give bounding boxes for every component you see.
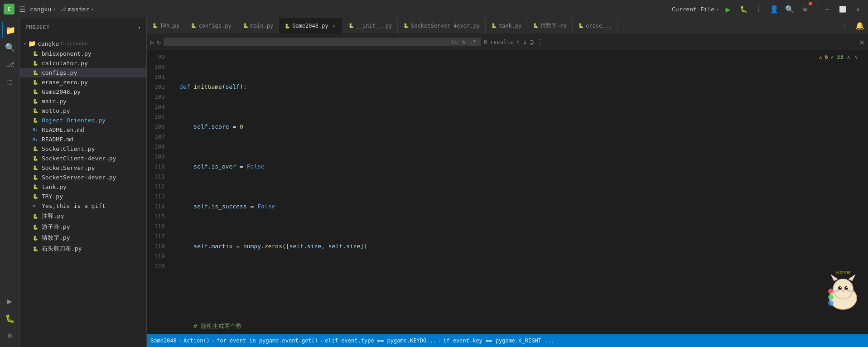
breadcrumb-if-key[interactable]: if event.key == pygame.K_RIGHT ...	[443, 337, 555, 344]
code-line: self.score = 0	[179, 122, 868, 132]
tab-close-icon[interactable]: ✕	[331, 23, 337, 29]
breadcrumb-sep-3: ›	[320, 337, 323, 344]
breadcrumb-sep-1: ›	[178, 337, 182, 344]
chevron-up-button[interactable]: ∧	[846, 54, 851, 60]
tab-guess-number[interactable]: 🐍 猜数字.py	[527, 18, 573, 34]
breadcrumb-game2048[interactable]: Game2048	[150, 337, 177, 344]
tree-item[interactable]: 🐍 SocketServer-4ever.py	[20, 173, 146, 182]
code-line: def InitGame(self):	[179, 82, 868, 92]
search-filter-icon[interactable]: ⊋	[530, 39, 534, 46]
activity-explorer-button[interactable]: 📁	[2, 22, 18, 38]
tree-item[interactable]: 🐍 erase_zero.py	[20, 77, 146, 87]
search-bar: ▷ ↻ Cc W .* 0 results ↑ ↓ ⊋ ⋮ ✕	[147, 34, 868, 50]
search-next-button[interactable]: ↓	[523, 38, 527, 46]
activity-settings-button[interactable]: ⚙	[2, 327, 18, 343]
search-more-icon[interactable]: ⋮	[536, 38, 544, 46]
user-icon[interactable]: 👤	[768, 3, 781, 15]
sidebar-chevron-icon: ▾	[138, 25, 141, 30]
warning-icon: ⚠	[819, 54, 822, 60]
minimize-button[interactable]: —	[821, 3, 834, 15]
svg-point-1	[833, 279, 853, 299]
branch-selector[interactable]: ⎇ master ▾	[60, 6, 94, 13]
folder-icon: 📁	[28, 40, 36, 47]
svg-point-17	[828, 294, 834, 300]
breadcrumb-action[interactable]: Action()	[183, 337, 210, 344]
search-prev-button[interactable]: ↑	[516, 38, 521, 46]
close-button[interactable]: ✕	[852, 3, 864, 15]
tab-try-py[interactable]: 🐍 TRY.py	[147, 18, 185, 34]
activity-search-button[interactable]: 🔍	[2, 39, 18, 55]
search-regex-button[interactable]: .*	[468, 39, 477, 45]
svg-point-7	[844, 286, 848, 290]
tree-item[interactable]: 🐍 calculator.py	[20, 58, 146, 68]
hamburger-icon[interactable]: ☰	[17, 3, 27, 15]
editor-area: 🐍 TRY.py 🐍 configs.py 🐍 main.py 🐍 Game20…	[147, 18, 868, 347]
search-word-button[interactable]: W	[461, 39, 467, 45]
maximize-button[interactable]: ⬜	[836, 3, 849, 15]
tab-init-py[interactable]: 🐍 __init__.py	[343, 18, 398, 34]
tree-item-gift[interactable]: ≡ Yes,this is a gift	[20, 201, 146, 211]
tab-tank-py[interactable]: 🐍 tank.py	[486, 18, 528, 34]
search-expand-icon[interactable]: ▷	[150, 39, 154, 46]
tree-item[interactable]: 🐍 motto.py	[20, 106, 146, 116]
activity-debug-button[interactable]: 🐛	[2, 310, 18, 326]
tree-item[interactable]: 🐍 TRY.py	[20, 192, 146, 201]
tab-erase[interactable]: 🐍 erase...	[573, 18, 618, 34]
activity-source-control-button[interactable]: ⎇	[2, 56, 18, 72]
sidebar-header: Project ▾	[20, 18, 146, 36]
tree-item[interactable]: 🐍 SocketServer.py	[20, 163, 146, 173]
debug-icon[interactable]: 🐛	[737, 3, 750, 15]
tab-game2048-py[interactable]: 🐍 Game2048.py ✕	[279, 18, 342, 34]
folder-expand-icon: ▾	[24, 41, 26, 46]
run-button[interactable]: ▶	[722, 3, 734, 15]
tree-item[interactable]: 🐍 tank.py	[20, 182, 146, 192]
status-bar: Game2048 › Action() › for event in pygam…	[147, 334, 868, 347]
tree-item[interactable]: 🐍 bmiexponent.py	[20, 49, 146, 58]
settings-icon[interactable]: ⚙	[799, 3, 811, 15]
notification-icon[interactable]: 🔔	[852, 18, 868, 34]
project-name[interactable]: cangku ▾	[30, 6, 56, 13]
tree-root-folder[interactable]: ▾ 📁 cangku D:\cangku	[20, 38, 146, 49]
root-folder-path: D:\cangku	[61, 41, 88, 47]
tree-item[interactable]: 🐍 SocketClient-4ever.py	[20, 154, 146, 163]
code-line: self.martix = numpy.zeros([self.size, se…	[179, 241, 868, 251]
breadcrumb-for-event[interactable]: for event in pygame.event.get()	[217, 337, 318, 344]
breadcrumb-elif[interactable]: elif event.type == pygame.KEYDO...	[325, 337, 436, 344]
tree-item[interactable]: 🐍 猜数字.py	[20, 232, 146, 243]
tree-item[interactable]: 🐍 石头剪刀布.py	[20, 243, 146, 254]
chevron-down-button[interactable]: ∨	[854, 54, 859, 60]
tab-configs-py[interactable]: 🐍 configs.py	[185, 18, 237, 34]
search-input[interactable]	[167, 39, 449, 45]
tabs-overflow-button[interactable]: ⋮	[838, 18, 852, 34]
code-content[interactable]: def InitGame(self): self.score = 0 self.…	[172, 50, 868, 334]
svg-point-9	[846, 287, 848, 288]
tree-item[interactable]: 🐍 Game2048.py	[20, 87, 146, 96]
tree-item-active[interactable]: 🐍 configs.py	[20, 68, 146, 77]
branch-chevron-icon: ▾	[91, 7, 94, 12]
more-options-icon[interactable]: ⋮	[752, 3, 765, 15]
search-close-icon[interactable]: ✕	[859, 37, 864, 47]
activity-run-button[interactable]: ▶	[2, 293, 18, 309]
tree-item-highlighted[interactable]: 🐍 Object Oriented.py	[20, 116, 146, 125]
breadcrumb-sep-2: ›	[212, 337, 215, 344]
tab-main-py[interactable]: 🐍 main.py	[237, 18, 280, 34]
activity-extensions-button[interactable]: ⬚	[2, 73, 18, 90]
activity-bar: 📁 🔍 ⎇ ⬚ ▶ 🐛 ⚙	[0, 18, 20, 347]
code-editor[interactable]: 99 100 101 102 103 104 105 106 107 108 1…	[147, 50, 868, 334]
tree-item[interactable]: 🐍 游子吟.py	[20, 222, 146, 232]
search-refresh-icon[interactable]: ↻	[157, 39, 160, 46]
check-count: 33	[837, 54, 843, 60]
titlebar: C ☰ cangku ▾ ⎇ master ▾ Current File ▾ ▶…	[0, 0, 868, 18]
tree-item[interactable]: M↓ README.en.md	[20, 125, 146, 135]
tree-item[interactable]: 🐍 注释.py	[20, 211, 146, 222]
tab-socketserver-py[interactable]: 🐍 SocketServer-4ever.py	[398, 18, 486, 34]
current-file-selector[interactable]: Current File ▾	[672, 6, 719, 13]
tree-item[interactable]: M↓ README.md	[20, 135, 146, 144]
tree-item[interactable]: 🐍 main.py	[20, 96, 146, 106]
check-icon: ✓	[831, 54, 834, 60]
code-line: self.is_over = False	[179, 162, 868, 172]
search-case-button[interactable]: Cc	[451, 39, 459, 45]
sidebar-tree: ▾ 📁 cangku D:\cangku 🐍 bmiexponent.py 🐍 …	[20, 36, 146, 347]
tree-item[interactable]: 🐍 SocketClient.py	[20, 144, 146, 154]
search-icon[interactable]: 🔍	[783, 3, 796, 15]
